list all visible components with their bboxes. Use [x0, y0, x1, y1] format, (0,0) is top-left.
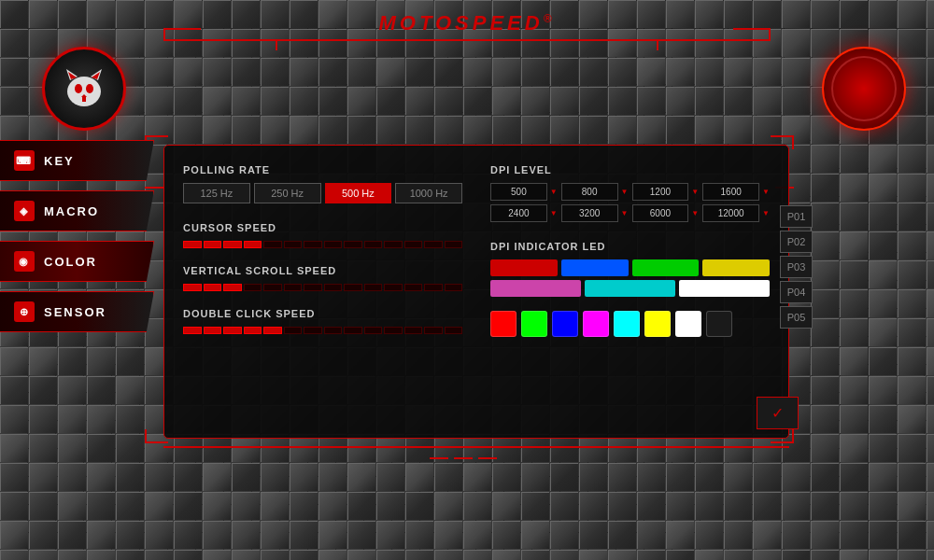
dpi-box-6000: 6000▼: [632, 204, 700, 222]
led-bar-cyan-bar[interactable]: [585, 280, 675, 297]
slider-segment-3[interactable]: [244, 284, 262, 291]
dpi-arrow-6000[interactable]: ▼: [691, 209, 699, 217]
slider-segment-3[interactable]: [244, 241, 262, 248]
dpi-value-2400[interactable]: 2400: [490, 204, 547, 222]
slider-segment-9[interactable]: [364, 284, 383, 291]
slider-segment-7[interactable]: [324, 327, 343, 334]
dpi-arrow-3200[interactable]: ▼: [621, 209, 629, 217]
key-icon: ⌨: [14, 150, 35, 171]
polling-btn-125[interactable]: 125 Hz: [183, 183, 250, 203]
dpi-arrow-500[interactable]: ▼: [550, 188, 558, 196]
p-button-p03[interactable]: P03: [780, 256, 813, 278]
vertical-scroll-section: VERTICAL SCROLL SPEED: [183, 265, 462, 291]
slider-segment-4[interactable]: [263, 284, 282, 291]
slider-segment-12[interactable]: [424, 327, 443, 334]
dpi-value-12000[interactable]: 12000: [702, 204, 759, 222]
p-button-p04[interactable]: P04: [780, 281, 813, 303]
dpi-value-500[interactable]: 500: [490, 183, 547, 201]
dpi-value-800[interactable]: 800: [561, 183, 618, 201]
sidebar-item-key[interactable]: ⌨ KEY: [0, 140, 154, 181]
sidebar-label-color: COLOR: [44, 255, 97, 269]
dpi-led-title: DPI INDICATOR LED: [490, 241, 770, 252]
led-bar-pink-bar[interactable]: [490, 280, 581, 297]
sidebar-label-macro: MACRO: [44, 204, 99, 218]
slider-segment-9[interactable]: [364, 241, 383, 248]
slider-segment-2[interactable]: [223, 327, 242, 334]
double-click-slider[interactable]: [183, 327, 462, 334]
slider-segment-7[interactable]: [324, 284, 343, 291]
dpi-arrow-1200[interactable]: ▼: [691, 188, 699, 196]
dpi-value-3200[interactable]: 3200: [561, 204, 618, 222]
slider-segment-5[interactable]: [284, 284, 303, 291]
slider-segment-8[interactable]: [344, 327, 362, 334]
dpi-arrow-800[interactable]: ▼: [621, 188, 629, 196]
color-swatch-yellow[interactable]: [644, 311, 671, 337]
slider-segment-11[interactable]: [404, 284, 423, 291]
slider-segment-2[interactable]: [223, 284, 242, 291]
dpi-arrow-12000[interactable]: ▼: [762, 209, 770, 217]
slider-segment-0[interactable]: [183, 241, 202, 248]
led-bar-blue-bar[interactable]: [561, 259, 629, 276]
slider-segment-1[interactable]: [204, 327, 222, 334]
slider-segment-10[interactable]: [384, 284, 403, 291]
confirm-button[interactable]: ✓: [757, 397, 799, 429]
sidebar-item-sensor[interactable]: ⊕ SENSOR: [0, 291, 154, 332]
slider-segment-4[interactable]: [263, 327, 282, 334]
slider-segment-10[interactable]: [384, 241, 403, 248]
slider-segment-4[interactable]: [263, 241, 282, 248]
color-swatch-white[interactable]: [675, 311, 701, 337]
slider-segment-5[interactable]: [284, 327, 303, 334]
dpi-arrow-1600[interactable]: ▼: [762, 188, 770, 196]
slider-segment-12[interactable]: [424, 284, 443, 291]
slider-segment-13[interactable]: [445, 284, 463, 291]
cursor-speed-slider[interactable]: [183, 241, 462, 248]
dpi-value-1200[interactable]: 1200: [632, 183, 689, 201]
slider-segment-6[interactable]: [304, 284, 322, 291]
p-button-p02[interactable]: P02: [780, 231, 813, 253]
slider-segment-0[interactable]: [183, 284, 202, 291]
slider-segment-1[interactable]: [204, 284, 222, 291]
dpi-box-3200: 3200▼: [561, 204, 629, 222]
color-swatch-green[interactable]: [521, 311, 547, 337]
main-panel: POLLING RATE 125 Hz 250 Hz 500 Hz 1000 H…: [163, 145, 789, 439]
slider-segment-3[interactable]: [244, 327, 262, 334]
slider-segment-2[interactable]: [223, 241, 242, 248]
slider-segment-0[interactable]: [183, 327, 202, 334]
slider-segment-11[interactable]: [404, 241, 423, 248]
sidebar-item-macro[interactable]: ◈ MACRO: [0, 190, 154, 231]
color-swatch-magenta[interactable]: [583, 311, 609, 337]
dpi-value-1600[interactable]: 1600: [702, 183, 759, 201]
dpi-value-6000[interactable]: 6000: [632, 204, 689, 222]
vertical-scroll-slider[interactable]: [183, 284, 462, 291]
led-bar-red-bar[interactable]: [490, 259, 558, 276]
polling-title: POLLING RATE: [183, 164, 462, 175]
slider-segment-11[interactable]: [404, 327, 423, 334]
color-swatch-blue[interactable]: [552, 311, 578, 337]
slider-segment-1[interactable]: [204, 241, 222, 248]
color-swatch-red[interactable]: [490, 311, 517, 337]
p-button-p01[interactable]: P01: [780, 205, 813, 228]
slider-segment-13[interactable]: [445, 327, 463, 334]
slider-segment-13[interactable]: [445, 241, 463, 248]
slider-segment-5[interactable]: [284, 241, 303, 248]
color-swatch-cyan[interactable]: [614, 311, 640, 337]
slider-segment-8[interactable]: [344, 284, 362, 291]
slider-segment-6[interactable]: [304, 327, 322, 334]
dpi-arrow-2400[interactable]: ▼: [550, 209, 558, 217]
slider-segment-6[interactable]: [304, 241, 322, 248]
polling-btn-500[interactable]: 500 Hz: [325, 183, 392, 203]
led-bar-yellow-bar[interactable]: [702, 259, 770, 276]
polling-btn-1000[interactable]: 1000 Hz: [395, 183, 462, 203]
dpi-led-section: DPI INDICATOR LED: [490, 241, 770, 297]
slider-segment-10[interactable]: [384, 327, 403, 334]
p-button-p05[interactable]: P05: [780, 306, 813, 329]
led-bar-green-bar[interactable]: [632, 259, 700, 276]
led-bar-white-bar[interactable]: [679, 280, 770, 297]
sidebar-item-color[interactable]: ◉ COLOR: [0, 241, 154, 282]
slider-segment-12[interactable]: [424, 241, 443, 248]
slider-segment-8[interactable]: [344, 241, 362, 248]
polling-btn-250[interactable]: 250 Hz: [254, 183, 321, 203]
color-swatch-custom[interactable]: [706, 311, 732, 337]
slider-segment-7[interactable]: [324, 241, 343, 248]
slider-segment-9[interactable]: [364, 327, 383, 334]
